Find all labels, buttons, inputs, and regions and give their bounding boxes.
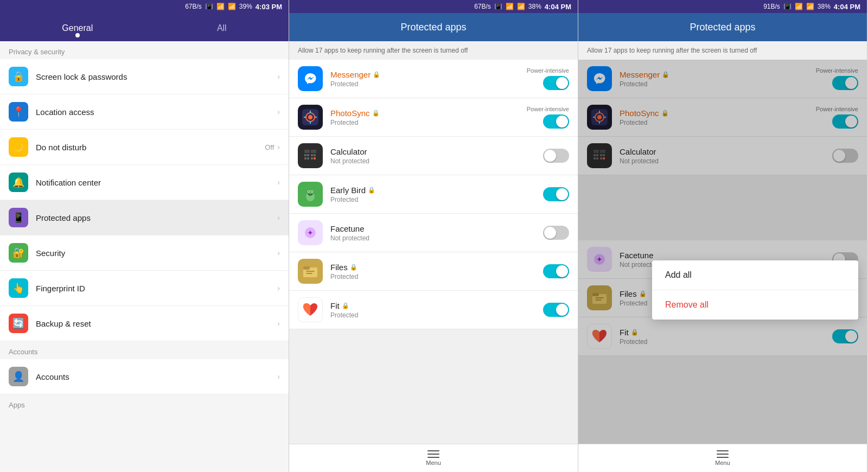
app-item-facetune-2[interactable]: ✦ Facetune Not protected <box>289 214 578 252</box>
backup-label: Backup & reset <box>36 319 277 328</box>
do-not-disturb-label: Do not disturb <box>36 143 265 152</box>
status-battery-2: 38% <box>528 3 541 10</box>
settings-item-security[interactable]: 🔐 Security › <box>0 235 289 271</box>
menu-button-3[interactable]: Menu <box>715 450 730 466</box>
tab-all[interactable]: All <box>206 21 238 37</box>
calculator-toggle-2[interactable] <box>543 149 569 163</box>
fit-name-2: Fit 🔒 <box>330 301 543 310</box>
settings-panel: 67B/s 📳 📶 📶 39% 4:03 PM General All Priv… <box>0 0 289 472</box>
photosync-power-2: Power-intensive <box>527 106 569 112</box>
dim-overlay <box>578 60 867 444</box>
tab-general[interactable]: General <box>51 21 104 37</box>
status-battery-3: 38% <box>818 3 831 10</box>
screen-lock-label: Screen lock & passwords <box>36 72 277 81</box>
messenger-status-2: Protected <box>330 80 527 88</box>
settings-item-fingerprint[interactable]: 👆 Fingerprint ID › <box>0 271 289 306</box>
facetune-status-2: Not protected <box>330 234 543 242</box>
fingerprint-label: Fingerprint ID <box>36 284 277 293</box>
svg-point-22 <box>311 191 312 192</box>
files-lock-2: 🔒 <box>350 264 358 271</box>
accounts-label: Accounts <box>36 372 277 381</box>
app-item-calculator-2[interactable]: Calculator Not protected <box>289 137 578 175</box>
settings-item-location[interactable]: 📍 Location access › <box>0 94 289 130</box>
svg-rect-28 <box>303 266 310 270</box>
do-not-disturb-icon: 🌙 <box>9 137 28 157</box>
status-wifi-icon: 📶 <box>216 3 225 10</box>
files-toggle-2[interactable] <box>543 264 569 278</box>
status-time-2: 4:04 PM <box>545 3 571 11</box>
bottom-bar-2: Menu <box>289 444 578 472</box>
status-signal-icon: 📶 <box>228 3 236 10</box>
status-bar-1: 67B/s 📳 📶 📶 39% 4:03 PM <box>0 0 289 13</box>
protected-apps-header-2: Protected apps <box>289 13 578 41</box>
section-apps: Apps <box>0 394 289 412</box>
svg-text:✦: ✦ <box>307 228 314 237</box>
facetune-name-2: Facetune <box>330 224 543 233</box>
app-item-earlybird-2[interactable]: Early Bird 🔒 Protected <box>289 175 578 214</box>
settings-item-protected-apps[interactable]: 📱 Protected apps › <box>0 200 289 235</box>
context-menu-add-all[interactable]: Add all <box>652 260 858 290</box>
screen-lock-icon: 🔒 <box>9 67 28 86</box>
status-time-3: 4:04 PM <box>834 3 860 11</box>
status-speed-3: 91B/s <box>763 3 780 10</box>
fit-toggle-2[interactable] <box>543 303 569 317</box>
svg-rect-15 <box>314 157 316 160</box>
earlybird-toggle-2[interactable] <box>543 187 569 201</box>
earlybird-status-2: Protected <box>330 196 543 203</box>
status-vibrate-icon: 📳 <box>205 3 213 10</box>
status-speed-1: 67B/s <box>185 3 202 10</box>
photosync-lock-2: 🔒 <box>372 110 380 117</box>
app-item-files-2[interactable]: Files 🔒 Protected <box>289 252 578 291</box>
calculator-info-2: Calculator Not protected <box>330 147 543 165</box>
svg-rect-12 <box>304 157 307 160</box>
photosync-name-2: PhotoSync 🔒 <box>330 109 527 118</box>
app-item-messenger-2[interactable]: Messenger 🔒 Protected Power-intensive <box>289 60 578 98</box>
protected-apps-subtitle-3: Allow 17 apps to keep running after the … <box>578 41 867 60</box>
status-signal-2: 📶 <box>517 3 525 10</box>
accounts-icon: 👤 <box>9 367 28 386</box>
protected-apps-label: Protected apps <box>36 213 277 222</box>
fit-lock-2: 🔒 <box>342 302 349 309</box>
bottom-bar-3: Menu <box>578 444 867 472</box>
settings-item-do-not-disturb[interactable]: 🌙 Do not disturb Off › <box>0 130 289 165</box>
messenger-right-2: Power-intensive <box>527 67 569 90</box>
backup-icon: 🔄 <box>9 314 28 333</box>
app-item-fit-2[interactable]: Fit 🔒 Protected <box>289 291 578 329</box>
status-vibrate-3: 📳 <box>783 3 792 10</box>
svg-rect-7 <box>311 150 316 153</box>
svg-rect-10 <box>311 154 313 156</box>
files-info-2: Files 🔒 Protected <box>330 263 543 280</box>
svg-point-21 <box>308 191 309 192</box>
settings-item-screen-lock[interactable]: 🔒 Screen lock & passwords › <box>0 59 289 94</box>
context-menu-remove-all[interactable]: Remove all <box>652 290 858 320</box>
context-menu: Add all Remove all <box>652 260 858 320</box>
photosync-status-2: Protected <box>330 119 527 126</box>
fit-icon-2 <box>298 297 323 322</box>
settings-item-backup[interactable]: 🔄 Backup & reset › <box>0 306 289 341</box>
protected-apps-subtitle-2: Allow 17 apps to keep running after the … <box>289 41 578 60</box>
calculator-status-2: Not protected <box>330 157 543 165</box>
messenger-toggle-2[interactable] <box>543 76 569 90</box>
files-status-2: Protected <box>330 273 543 280</box>
photosync-right-2: Power-intensive <box>527 106 569 129</box>
photosync-toggle-2[interactable] <box>543 114 569 129</box>
menu-label-3: Menu <box>715 460 730 466</box>
menu-lines-icon-3 <box>717 450 729 458</box>
notification-label: Notification center <box>36 178 277 187</box>
fit-info-2: Fit 🔒 Protected <box>330 301 543 319</box>
section-privacy: Privacy & security <box>0 41 289 59</box>
chevron-icon-protected: › <box>277 213 280 222</box>
settings-item-notification[interactable]: 🔔 Notification center › <box>0 165 289 200</box>
messenger-info-2: Messenger 🔒 Protected <box>330 70 527 88</box>
menu-button-2[interactable]: Menu <box>426 450 441 466</box>
app-item-photosync-2[interactable]: PhotoSync 🔒 Protected Power-intensive <box>289 98 578 137</box>
messenger-name-2: Messenger 🔒 <box>330 70 527 79</box>
protected-apps-panel: 67B/s 📳 📶 📶 38% 4:04 PM Protected apps A… <box>289 0 578 472</box>
fit-right-2 <box>543 303 569 317</box>
facetune-icon-2: ✦ <box>298 220 323 245</box>
facetune-toggle-2[interactable] <box>543 226 569 240</box>
tab-bar: General All <box>0 13 289 41</box>
chevron-icon-notification: › <box>277 178 280 187</box>
settings-item-accounts[interactable]: 👤 Accounts › <box>0 359 289 394</box>
location-icon: 📍 <box>9 102 28 122</box>
